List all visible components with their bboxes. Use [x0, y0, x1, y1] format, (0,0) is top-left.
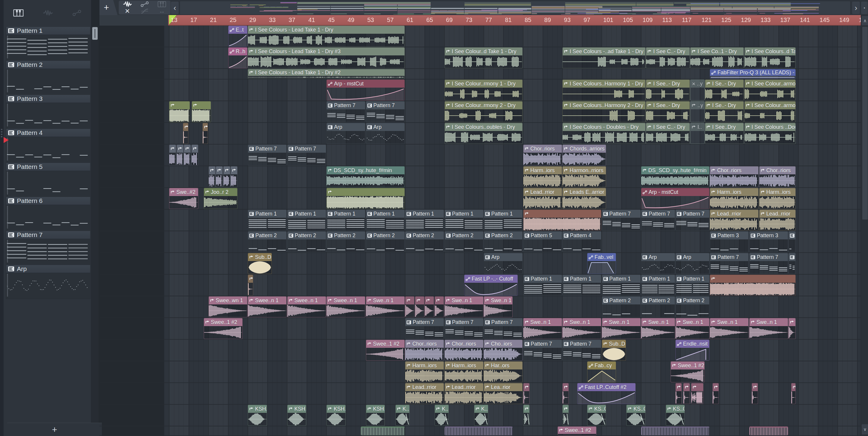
audio-clip[interactable]: I See Colours..oubles - Dry: [444, 123, 523, 144]
clip-stub[interactable]: [216, 166, 223, 187]
clip-stub[interactable]: [691, 383, 704, 404]
piano-icon[interactable]: [155, 1, 168, 7]
pattern-clip[interactable]: Pattern 7: [602, 209, 641, 231]
audio-clip[interactable]: I See Colours - Doubles - Dry: [562, 123, 646, 144]
audio-clip[interactable]: I See Co..1 - Dry: [690, 47, 744, 68]
clip-stub[interactable]: [425, 296, 434, 317]
audio-clip[interactable]: KS..02: [666, 405, 685, 426]
audio-clip[interactable]: Chords..arriors: [562, 144, 606, 166]
clip-stub[interactable]: [562, 405, 569, 426]
clip-stub[interactable]: [169, 144, 176, 166]
song-overview-scrollbar[interactable]: [180, 1, 850, 15]
pattern-clip[interactable]: Arp: [641, 253, 675, 274]
pattern-clip[interactable]: Pattern 1: [405, 209, 444, 231]
audio-clip[interactable]: Chor..riors: [759, 166, 796, 187]
pattern-clip[interactable]: Pattern 1: [248, 209, 287, 231]
audio-clip[interactable]: Swe..n 1: [366, 296, 405, 317]
audio-clip[interactable]: KSH..02: [248, 405, 267, 426]
clip-stub[interactable]: [184, 144, 191, 166]
audio-clip[interactable]: Chor..riors: [405, 340, 444, 361]
clip-stub[interactable]: [327, 188, 405, 209]
audio-clip[interactable]: Harm..iors: [444, 361, 484, 382]
audio-clip[interactable]: I See Colour..rmony 1 - Dry: [444, 79, 523, 101]
audio-clip[interactable]: K..2: [435, 405, 449, 426]
audio-clip[interactable]: Swee..wn 1: [209, 296, 247, 317]
scroll-up-button[interactable]: ∧: [861, 16, 868, 26]
audio-clip[interactable]: KSH..02: [366, 405, 385, 426]
clip-stub[interactable]: [177, 144, 184, 166]
pattern-clip[interactable]: Arp: [675, 253, 710, 274]
audio-clip[interactable]: KSH..02: [327, 405, 346, 426]
pattern-clip[interactable]: Arp: [366, 123, 405, 144]
clip-stub[interactable]: [248, 275, 253, 296]
clip-stub[interactable]: [405, 296, 414, 317]
audio-clip[interactable]: I See C..- Dry: [646, 47, 689, 68]
audio-clip[interactable]: I See Colours ..Doubles - Dry: [744, 123, 796, 144]
stretch-icon[interactable]: ↔: [155, 8, 168, 14]
audio-clip[interactable]: Swee..1 #2: [671, 361, 705, 382]
pattern-clip[interactable]: Pattern 1: [602, 275, 641, 296]
automation-link-icon[interactable]: [72, 10, 82, 16]
audio-clip[interactable]: I See Colours..Harmony 2 - Dry: [562, 101, 646, 122]
pattern-clip[interactable]: Pattern 7: [710, 253, 749, 274]
audio-clip[interactable]: Chor..riors: [710, 166, 758, 187]
clip-stub[interactable]: [169, 101, 190, 122]
add-pattern-button[interactable]: +: [7, 423, 102, 436]
audio-clip[interactable]: Swe..#2: [169, 188, 198, 209]
pattern-item[interactable]: Pattern 1: [6, 27, 90, 61]
pattern-item[interactable]: Pattern 2: [6, 61, 90, 95]
audio-clip[interactable]: I See Colours..Harmony 1 - Dry: [562, 79, 646, 101]
audio-clip[interactable]: I See Colour..armony 1 - Dry: [744, 79, 796, 101]
pattern-item[interactable]: Pattern 7: [6, 231, 90, 265]
pattern-clip[interactable]: Pattern 7: [366, 101, 405, 122]
clip-stub[interactable]: [752, 383, 758, 404]
pattern-clip[interactable]: Pattern 2: [366, 231, 405, 252]
scroll-down-button[interactable]: ∨: [861, 424, 868, 435]
audio-clip[interactable]: Swe..n 1: [444, 296, 484, 317]
audio-clip[interactable]: DS_SCD_sy..hute_f#min: [641, 166, 710, 187]
pattern-clip[interactable]: Pattern 2: [248, 231, 287, 252]
clip-stub[interactable]: [223, 166, 230, 187]
scroll-right-button[interactable]: ›: [852, 1, 860, 14]
automation-clip[interactable]: Fab..cy: [587, 361, 616, 382]
pattern-clip[interactable]: Pattern 3: [710, 231, 749, 252]
audio-clip[interactable]: I See Colours - Lead Take 1 - Dry #2: [248, 69, 404, 79]
clip-stub[interactable]: [683, 383, 689, 404]
clip-stub[interactable]: [523, 405, 530, 426]
pattern-clip[interactable]: Pattern 2: [287, 231, 326, 252]
clip-stub[interactable]: [192, 101, 211, 122]
audio-clip[interactable]: I See C..- Dry: [646, 123, 689, 144]
audio-clip[interactable]: K..2: [474, 405, 488, 426]
automation-clip[interactable]: E..t: [228, 26, 247, 47]
clip-stub[interactable]: [183, 123, 188, 144]
pattern-item[interactable]: Arp: [6, 265, 90, 299]
pattern-clip[interactable]: Pattern 2: [675, 296, 710, 317]
audio-clip[interactable]: Harmon..rriors: [562, 166, 606, 187]
audio-clip[interactable]: Lead..rrior: [444, 383, 484, 404]
clip-fragment[interactable]: [641, 426, 710, 435]
clip-fragment[interactable]: [444, 426, 513, 435]
scrollbar-thumb[interactable]: [92, 27, 98, 40]
clip-stub[interactable]: [209, 166, 216, 187]
audio-clip[interactable]: KS..02: [626, 405, 646, 426]
audio-clip[interactable]: Lead..rrior: [759, 209, 796, 231]
clip-fragment[interactable]: [361, 426, 404, 435]
slide-curve-icon[interactable]: [138, 8, 151, 14]
waveform-icon[interactable]: [121, 1, 134, 7]
delete-x-icon[interactable]: ✕: [121, 8, 134, 14]
add-arrangement-tab[interactable]: +: [99, 0, 118, 15]
audio-clip[interactable]: Swee..n 1: [287, 296, 326, 317]
pattern-clip[interactable]: Pattern 2: [444, 231, 484, 252]
audio-clip[interactable]: Leads E..arrior: [562, 188, 606, 209]
pattern-clip[interactable]: Pattern 1: [523, 275, 562, 296]
audio-clip[interactable]: DS_SCD_sy..hute_f#min: [327, 166, 405, 187]
pattern-clip[interactable]: Pattern 1: [366, 209, 405, 231]
timeline-ruler[interactable]: 1317212529333741454953576165697377818589…: [99, 15, 868, 26]
pattern-clip[interactable]: Pattern 7: [444, 318, 484, 339]
pattern-clip[interactable]: Arp: [327, 123, 365, 144]
clip-fragment[interactable]: [749, 426, 788, 435]
audio-clip[interactable]: I See..- Dry: [646, 101, 689, 122]
audio-clip[interactable]: Swe..n 1: [562, 318, 601, 339]
clip-stub[interactable]: [710, 275, 796, 296]
pattern-clip[interactable]: Pattern 2: [641, 296, 675, 317]
